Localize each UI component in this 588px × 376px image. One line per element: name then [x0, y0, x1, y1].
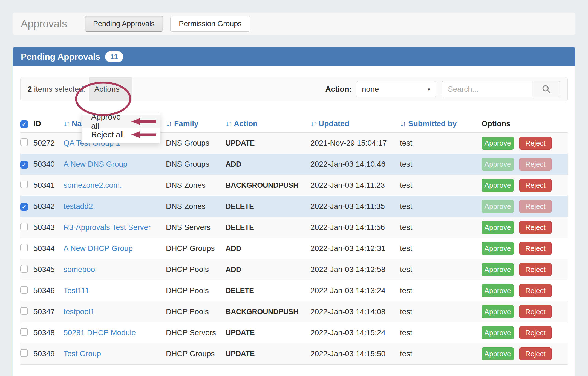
table-row: ✓ 50349 Test Group DHCP Groups UPDATE 20… [20, 343, 568, 365]
row-checkbox[interactable]: ✓ [20, 244, 28, 251]
row-submitted-by: test [400, 181, 412, 189]
approve-button[interactable]: Approve [482, 137, 514, 150]
search-group [442, 81, 560, 97]
approve-button[interactable]: Approve [482, 221, 514, 234]
row-checkbox[interactable]: ✓ [20, 181, 28, 188]
column-header-action[interactable]: ↓↑Action [226, 116, 310, 133]
column-header-updated[interactable]: ↓↑Updated [310, 116, 400, 133]
row-name-link[interactable]: 50281 DHCP Module [64, 328, 136, 337]
panel-body: 2items selected. Actions ▼ Action: none … [13, 77, 575, 376]
row-family: DNS Zones [166, 181, 206, 189]
row-checkbox[interactable]: ✓ [20, 349, 28, 357]
row-checkbox[interactable]: ✓ [20, 223, 28, 230]
row-submitted-by: test [400, 139, 412, 147]
row-action: DELETE [226, 202, 254, 210]
selected-count: 2 [28, 85, 32, 93]
row-updated: 2022-Jan-03 14:13:24 [310, 286, 385, 295]
check-icon: ✓ [22, 121, 27, 127]
reject-button[interactable]: Reject [519, 137, 552, 150]
row-name-link[interactable]: somezone2.com. [64, 181, 122, 189]
panel-heading: Pending Approvals 11 [13, 48, 575, 66]
menu-item-approve-all[interactable]: Approve all [82, 115, 160, 128]
row-name-link[interactable]: A New DNS Group [64, 160, 127, 168]
reject-button[interactable]: Reject [519, 326, 552, 339]
action-filter-select[interactable]: none ▼ [356, 81, 436, 97]
search-input[interactable] [442, 81, 532, 97]
approve-button[interactable]: Approve [482, 179, 514, 192]
row-name-link[interactable]: testpool1 [64, 307, 95, 316]
row-name-link[interactable]: testadd2. [64, 202, 95, 210]
reject-button[interactable]: Reject [519, 305, 552, 318]
approve-button[interactable]: Approve [482, 347, 514, 360]
sort-icon: ↓↑ [310, 119, 316, 128]
column-header-family[interactable]: ↓↑Family [166, 116, 226, 133]
row-family: DHCP Pools [166, 307, 209, 316]
row-checkbox[interactable]: ✓ [20, 307, 28, 315]
approve-button[interactable]: Approve [482, 242, 514, 255]
approve-button[interactable]: Approve [482, 326, 514, 339]
row-updated: 2022-Jan-03 14:11:23 [310, 181, 385, 189]
row-checkbox[interactable]: ✓ [20, 265, 28, 273]
actions-dropdown-button[interactable]: Actions ▼ [89, 77, 132, 101]
row-action: ADD [226, 244, 241, 253]
row-name-link[interactable]: R3-Approvals Test Server [64, 223, 151, 232]
row-family: DHCP Groups [166, 349, 215, 358]
approve-button[interactable]: Approve [482, 200, 514, 213]
row-family: DHCP Pools [166, 265, 209, 274]
actions-dropdown-menu: Approve all Reject all [82, 113, 160, 143]
reject-button[interactable]: Reject [519, 221, 552, 234]
table-row: ✓ 50340 A New DNS Group DNS Groups ADD 2… [20, 154, 568, 175]
column-header-options: Options [482, 116, 568, 133]
table-row: ✓ 50344 A New DHCP Group DHCP Groups ADD… [20, 238, 568, 259]
row-submitted-by: test [400, 202, 412, 210]
reject-button[interactable]: Reject [519, 242, 552, 255]
column-header-submitted-by[interactable]: ↓↑Submitted by [400, 116, 482, 133]
check-icon: ✓ [22, 162, 27, 167]
row-id: 50272 [33, 139, 55, 147]
approve-button[interactable]: Approve [482, 263, 514, 276]
row-id: 50349 [33, 349, 55, 358]
row-name-link[interactable]: Test111 [64, 286, 89, 295]
action-filter-value: none [362, 85, 379, 94]
reject-button[interactable]: Reject [519, 179, 552, 192]
row-submitted-by: test [400, 265, 412, 274]
row-name-link[interactable]: Test Group [64, 349, 101, 358]
row-checkbox[interactable]: ✓ [20, 161, 28, 169]
check-icon: ✓ [22, 204, 27, 210]
row-action: ADD [226, 265, 241, 274]
row-action: UPDATE [226, 329, 255, 337]
row-checkbox[interactable]: ✓ [20, 203, 28, 211]
reject-button[interactable]: Reject [519, 284, 552, 297]
toolbar-right: Action: none ▼ [325, 81, 567, 97]
reject-button[interactable]: Reject [519, 347, 552, 360]
row-checkbox[interactable]: ✓ [20, 286, 28, 294]
row-submitted-by: test [400, 328, 412, 337]
tab-permission-groups[interactable]: Permission Groups [170, 16, 250, 32]
row-updated: 2022-Jan-03 14:15:50 [310, 349, 385, 358]
pending-approvals-panel: Pending Approvals 11 2items selected. Ac… [13, 47, 575, 376]
reject-button[interactable]: Reject [519, 200, 552, 213]
tab-pending-approvals[interactable]: Pending Approvals [85, 16, 163, 32]
select-all-checkbox[interactable]: ✓ [20, 120, 28, 128]
row-id: 50342 [33, 202, 55, 210]
menu-item-reject-all[interactable]: Reject all [82, 128, 160, 141]
table-row: ✓ 50348 50281 DHCP Module DHCP Servers U… [20, 322, 568, 343]
row-family: DHCP Servers [166, 328, 216, 337]
approve-button[interactable]: Approve [482, 305, 514, 318]
table-row: ✓ 50341 somezone2.com. DNS Zones BACKGRO… [20, 175, 568, 196]
approve-button[interactable]: Approve [482, 158, 514, 171]
row-checkbox[interactable]: ✓ [20, 138, 28, 146]
column-header-id: ID [33, 116, 64, 133]
row-name-link[interactable]: A New DHCP Group [64, 244, 133, 253]
search-button[interactable] [532, 81, 560, 97]
row-submitted-by: test [400, 349, 412, 358]
row-family: DNS Groups [166, 139, 209, 147]
reject-button[interactable]: Reject [519, 263, 552, 276]
row-id: 50345 [33, 265, 55, 274]
row-checkbox[interactable]: ✓ [20, 328, 28, 336]
row-name-link[interactable]: somepool [64, 265, 97, 274]
row-family: DNS Zones [166, 202, 206, 210]
reject-button[interactable]: Reject [519, 158, 552, 171]
row-action: BACKGROUNDPUSH [226, 308, 298, 316]
approve-button[interactable]: Approve [482, 284, 514, 297]
